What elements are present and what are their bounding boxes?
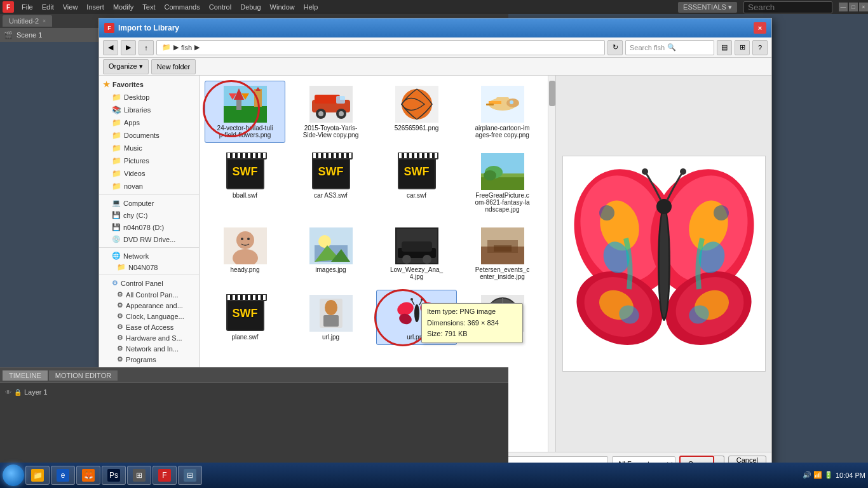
file-item-basketball[interactable]: 526565961.png	[376, 81, 457, 143]
svg-point-13	[339, 111, 344, 116]
file-thumb-plane-swf: SWF	[223, 294, 268, 332]
nav-n04n078[interactable]: 📁 N04N078	[99, 262, 199, 273]
nav-drive-d[interactable]: 💾 n04n078 (D:)	[99, 221, 199, 233]
apps-folder-icon: 📁	[112, 118, 121, 127]
nav-network-internet[interactable]: ⚙ Network and In...	[99, 343, 199, 354]
heady-thumbnail	[224, 227, 267, 264]
file-item-car-swf[interactable]: SWF car.swf	[376, 148, 457, 217]
file-item-airplane[interactable]: airplane-cartoon-images-free copy.png	[462, 81, 543, 143]
file-label-petersen: Petersen_events_center_inside.jpg	[474, 266, 531, 280]
nav-all-control-panel[interactable]: ⚙ All Control Pan...	[99, 289, 199, 300]
file-thumb-landscape	[480, 152, 525, 191]
taskbar-flash[interactable]: F	[153, 466, 177, 485]
timeline-tab[interactable]: TIMELINE	[3, 370, 48, 381]
file-thumb-petersen	[480, 227, 525, 265]
clapper-stripe-2	[313, 153, 351, 158]
organize-button[interactable]: Organize ▾	[103, 59, 149, 74]
search-icon: 🔍	[667, 43, 676, 51]
file-label-url-jpg: url.jpg	[322, 334, 339, 341]
nav-control-panel-label: Control Panel	[121, 280, 163, 287]
nav-clock-language[interactable]: ⚙ Clock, Language...	[99, 311, 199, 322]
nav-pictures[interactable]: 📁 Pictures	[99, 154, 199, 167]
layer-eye-icon[interactable]: 👁	[5, 389, 11, 396]
nav-computer[interactable]: 💻 Computer	[99, 197, 199, 209]
taskbar-blank1[interactable]: ⊞	[127, 466, 151, 485]
file-item-petersen[interactable]: Petersen_events_center_inside.jpg	[462, 222, 543, 285]
network-internet-icon: ⚙	[117, 344, 123, 353]
nav-hardware[interactable]: ⚙ Hardware and S...	[99, 332, 199, 343]
system-tray-icons: 🔊 📶 🔋	[803, 471, 833, 479]
file-thumb-url-jpg	[309, 294, 353, 332]
nav-libraries[interactable]: 📚 Libraries	[99, 104, 199, 116]
dialog-search-box[interactable]: Search flsh 🔍	[625, 40, 714, 55]
file-label-basketball: 526565961.png	[395, 125, 439, 132]
taskbar-blank2[interactable]: ⊟	[178, 466, 202, 485]
music-folder-icon: 📁	[112, 144, 121, 152]
file-item-low-weezy[interactable]: Low_Weezy_Ana_4.jpg	[376, 222, 457, 285]
url-jpg-thumbnail	[309, 295, 353, 332]
taskbar-photoshop[interactable]: Ps	[102, 466, 126, 485]
forward-button[interactable]: ▶	[121, 40, 136, 55]
favorites-label: Favorites	[112, 81, 144, 88]
file-item-plane-swf[interactable]: SWF plane.swf	[205, 290, 285, 345]
nav-appearance[interactable]: ⚙ Appearance and...	[99, 300, 199, 311]
nav-videos[interactable]: 📁 Videos	[99, 167, 199, 180]
nav-documents[interactable]: 📁 Documents	[99, 129, 199, 142]
svg-rect-0	[224, 105, 267, 123]
file-item-images[interactable]: images.jpg	[290, 222, 371, 285]
nav-control-panel[interactable]: ⚙ Control Panel	[99, 277, 199, 289]
main-scrollbar[interactable]	[548, 76, 555, 452]
back-button[interactable]: ◀	[103, 40, 118, 55]
hardware-icon: ⚙	[117, 334, 123, 342]
nav-dvd-drive[interactable]: 💿 DVD RW Drive...	[99, 233, 199, 245]
file-label-tulip: 24-vector-hollad-tulip-field-flowers.png	[217, 125, 274, 139]
svg-point-63	[421, 298, 423, 301]
nav-ease-of-access[interactable]: ⚙ Ease of Access	[99, 322, 199, 332]
taskbar-explorer[interactable]: 📁	[25, 466, 50, 485]
butterfly-preview	[569, 162, 759, 365]
nav-apps[interactable]: 📁 Apps	[99, 116, 199, 129]
file-item-url-jpg[interactable]: url.jpg	[290, 290, 371, 345]
file-label-plane-swf: plane.swf	[231, 334, 258, 341]
svg-rect-2	[236, 98, 241, 110]
file-item-toyota[interactable]: 2015-Toyota-Yaris-Side-View copy.png	[290, 81, 371, 143]
file-item-landscape[interactable]: FreeGreatPicture.com-8621-fantasy-landsc…	[462, 148, 543, 217]
layer-label: Layer 1	[24, 388, 48, 396]
taskbar-ie[interactable]: e	[51, 466, 75, 485]
nav-desktop[interactable]: 📁 Desktop	[99, 91, 199, 104]
nav-music[interactable]: 📁 Music	[99, 142, 199, 154]
nav-drive-c[interactable]: 💾 chy (C:)	[99, 209, 199, 221]
swf-icon-car: SWF	[398, 154, 436, 189]
refresh-button[interactable]: ↻	[607, 40, 623, 55]
nav-programs[interactable]: ⚙ Programs	[99, 354, 199, 365]
file-thumb-heady	[223, 227, 268, 265]
file-label-toyota: 2015-Toyota-Yaris-Side-View copy.png	[302, 125, 360, 139]
file-item-tulip[interactable]: 24-vector-hollad-tulip-field-flowers.png	[205, 81, 285, 143]
file-item-url-png[interactable]: url.png Item type: PNG image Dimensions:…	[376, 290, 457, 345]
file-thumb-tulip	[223, 85, 268, 123]
nav-desktop-label: Desktop	[124, 93, 149, 101]
view-options-button[interactable]: ▤	[717, 40, 732, 55]
file-item-heady[interactable]: heady.png	[205, 222, 285, 285]
clapper-top-4	[226, 294, 267, 301]
nav-novan[interactable]: 📁 novan	[99, 180, 199, 193]
help-button[interactable]: ?	[752, 40, 768, 55]
file-item-bball-swf[interactable]: SWF bball.swf	[205, 148, 285, 217]
blank2-icon: ⊟	[184, 469, 196, 482]
view-toggle-button[interactable]: ⊞	[735, 40, 750, 55]
start-button[interactable]	[3, 464, 24, 486]
nav-all-cp-label: All Control Pan...	[126, 291, 179, 299]
scroll-thumb[interactable]	[549, 81, 555, 106]
dialog-close-button[interactable]: ×	[754, 22, 766, 34]
path-current: flsh	[181, 44, 192, 51]
file-item-car-as3[interactable]: SWF car AS3.swf	[290, 148, 371, 217]
taskbar-firefox[interactable]: 🦊	[76, 466, 100, 485]
motion-editor-tab[interactable]: MOTION EDITOR	[49, 370, 118, 381]
layer-lock-icon[interactable]: 🔒	[14, 389, 22, 396]
nav-network[interactable]: 🌐 Network	[99, 250, 199, 262]
nav-hardware-label: Hardware and S...	[126, 334, 182, 342]
new-folder-button[interactable]: New folder	[151, 59, 196, 74]
n04n078-icon: 📁	[117, 263, 126, 271]
svg-point-17	[402, 89, 432, 119]
up-button[interactable]: ↑	[139, 40, 154, 55]
